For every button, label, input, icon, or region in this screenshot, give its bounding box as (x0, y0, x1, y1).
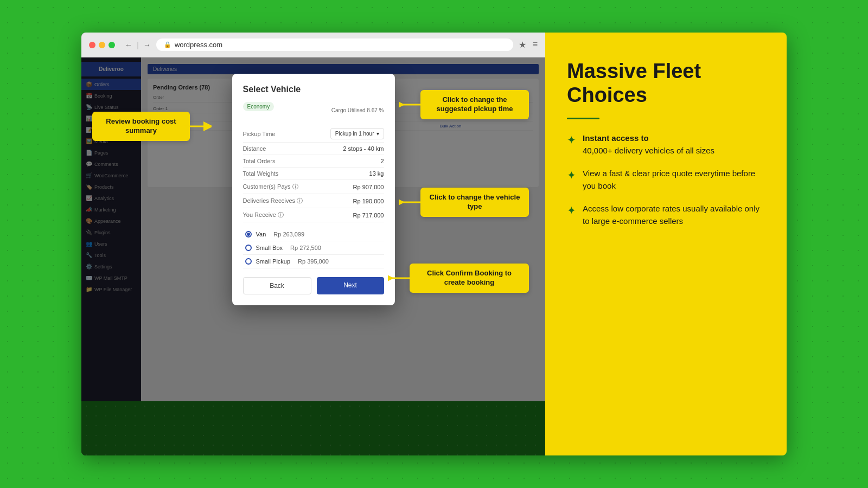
modal-actions: Back Next (243, 277, 384, 294)
you-receive-label: You Receive ⓘ (243, 211, 284, 219)
left-panel: ← | → 🔒 wordpress.com ★ ≡ Deliveroo 📦 Or… (81, 33, 545, 455)
feature-text-0: Instant access to40,000+ delivery vehicl… (583, 132, 714, 157)
next-button[interactable]: Next (317, 277, 384, 294)
vehicle-radio-small-box (245, 245, 252, 251)
forward-button[interactable]: → (143, 41, 151, 49)
close-dot[interactable] (89, 42, 95, 48)
menu-icon[interactable]: ≡ (533, 40, 538, 50)
feature-text-1: View a fast & clear price quote everytim… (583, 168, 765, 192)
right-panel: Massive Fleet Choices ✦ Instant access t… (545, 33, 787, 455)
feature-list: ✦ Instant access to40,000+ delivery vehi… (567, 132, 765, 227)
total-weights-value: 13 kg (369, 170, 384, 177)
back-button[interactable]: ← (125, 41, 132, 49)
vehicle-option-van[interactable]: Van Rp 263,099 (243, 228, 384, 241)
maximize-dot[interactable] (108, 42, 115, 48)
pickup-time-row: Pickup Time Pickup in 1 hour ▾ (243, 125, 384, 143)
star-icon-2: ✦ (567, 204, 576, 217)
modal-overlay: Select Vehicle Economy Cargo Utilised 8.… (81, 57, 545, 455)
van-price: Rp 263,099 (273, 231, 304, 237)
feature-item-1: ✦ View a fast & clear price quote everyt… (567, 168, 765, 192)
small-box-name: Small Box (256, 245, 283, 251)
pickup-time-select[interactable]: Pickup in 1 hour ▾ (330, 128, 384, 139)
arrow-right-svg (184, 121, 212, 132)
right-panel-title: Massive Fleet Choices (567, 60, 765, 107)
total-orders-label: Total Orders (243, 158, 276, 164)
vehicle-radio-van (245, 231, 252, 237)
customers-pays-row: Customer(s) Pays ⓘ Rp 907,000 (243, 180, 384, 194)
annotation-confirm-booking: Click Confirm Booking to create booking (410, 264, 529, 293)
you-receive-value: Rp 717,000 (353, 212, 384, 219)
arrow-left-svg-vehicle (399, 197, 426, 208)
star-icon-1: ✦ (567, 169, 576, 182)
customers-pays-value: Rp 907,000 (353, 184, 384, 190)
vehicle-radio-small-pickup (245, 258, 252, 265)
deliveries-receives-label: Deliveries Receives ⓘ (243, 197, 303, 205)
pickup-label: Pickup Time (243, 131, 276, 137)
browser-navigation: ← | → (125, 41, 151, 49)
modal-title: Select Vehicle (243, 85, 384, 94)
you-receive-row: You Receive ⓘ Rp 717,000 (243, 208, 384, 222)
main-container: ← | → 🔒 wordpress.com ★ ≡ Deliveroo 📦 Or… (81, 33, 787, 455)
total-orders-row: Total Orders 2 (243, 155, 384, 168)
feature-item-2: ✦ Access low corporate rates usually ava… (567, 203, 765, 227)
vehicle-option-small-pickup[interactable]: Small Pickup Rp 395,000 (243, 255, 384, 268)
annotation-change-vehicle: Click to change the vehicle type (420, 188, 529, 217)
deliveries-receives-row: Deliveries Receives ⓘ Rp 190,000 (243, 194, 384, 208)
url-text: wordpress.com (175, 41, 222, 49)
chevron-down-icon: ▾ (376, 131, 379, 137)
feature-item-0: ✦ Instant access to40,000+ delivery vehi… (567, 132, 765, 157)
select-vehicle-modal: Select Vehicle Economy Cargo Utilised 8.… (232, 74, 395, 305)
feature-text-2: Access low corporate rates usually avail… (583, 203, 765, 227)
customers-pays-label: Customer(s) Pays ⓘ (243, 183, 298, 191)
address-bar[interactable]: 🔒 wordpress.com (156, 38, 513, 51)
arrow-left-svg-confirm (388, 273, 415, 284)
pickup-time-value: Pickup in 1 hour (335, 131, 374, 137)
small-pickup-name: Small Pickup (256, 258, 291, 265)
browser-content: Deliveroo 📦 Orders 📅 Booking 📡 Live Stat… (81, 57, 545, 455)
lock-icon: 🔒 (164, 41, 171, 48)
distance-value: 2 stops - 40 km (343, 145, 384, 152)
browser-dots (89, 42, 115, 48)
economy-badge: Economy (243, 102, 275, 111)
star-icon[interactable]: ★ (519, 40, 526, 50)
total-weights-label: Total Weights (243, 170, 279, 177)
back-button[interactable]: Back (243, 277, 311, 294)
vehicle-option-small-box[interactable]: Small Box Rp 272,500 (243, 241, 384, 255)
annotation-review-booking: Review booking cost summary (92, 112, 190, 141)
arrow-left-svg-pickup (399, 99, 426, 110)
minimize-dot[interactable] (99, 42, 105, 48)
total-orders-value: 2 (380, 158, 384, 164)
vehicle-options: Van Rp 263,099 Small Box Rp 272,500 Smal… (243, 228, 384, 268)
small-pickup-price: Rp 395,000 (298, 258, 329, 265)
van-name: Van (256, 231, 266, 237)
distance-label: Distance (243, 145, 266, 152)
distance-row: Distance 2 stops - 40 km (243, 143, 384, 155)
cargo-utilised: Cargo Utilised 8.67 % (331, 107, 384, 113)
total-weights-row: Total Weights 13 kg (243, 168, 384, 180)
annotation-change-pickup: Click to change the suggested pickup tim… (420, 90, 529, 119)
divider (567, 118, 599, 119)
browser-chrome: ← | → 🔒 wordpress.com ★ ≡ (81, 33, 545, 57)
deliveries-receives-value: Rp 190,000 (353, 198, 384, 204)
star-icon-0: ✦ (567, 133, 576, 146)
browser-actions: ★ ≡ (519, 40, 538, 50)
small-box-price: Rp 272,500 (290, 245, 321, 251)
